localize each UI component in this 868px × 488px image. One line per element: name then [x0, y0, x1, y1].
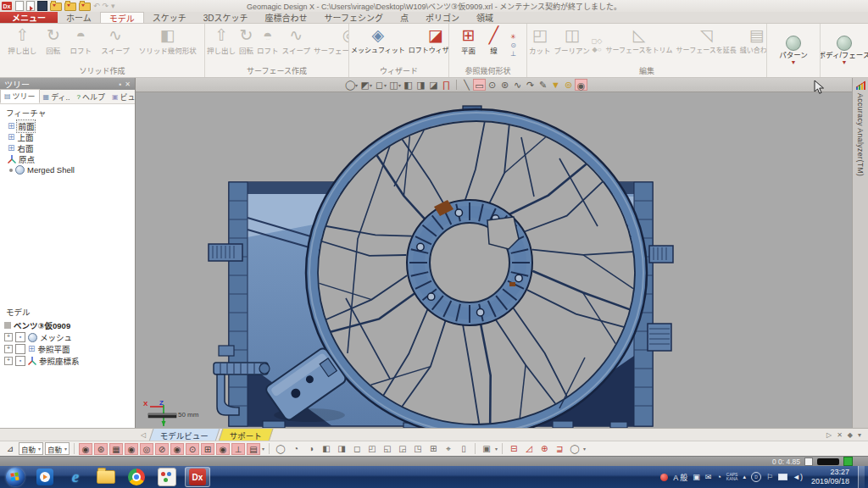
- loft-solid-button[interactable]: ◓ロフト: [69, 25, 94, 66]
- edit-small-buttons[interactable]: ◻◇◆○: [592, 25, 603, 66]
- view-preset-icon-6[interactable]: ◻: [350, 443, 364, 455]
- split-plane-3-icon[interactable]: ◪: [427, 79, 440, 91]
- extend-surface-button[interactable]: ◹サーフェースを延長: [675, 25, 738, 66]
- trim-surface-button[interactable]: ◺サーフェースをトリム: [604, 25, 674, 66]
- view-preset-icon-4[interactable]: ◧: [320, 443, 333, 455]
- measure-tool-icon-1[interactable]: ⊟: [507, 443, 520, 455]
- accuracy-analyzer-panel[interactable]: Accuracy Analyzer(TM): [852, 78, 868, 428]
- visibility-toggle-icon-5[interactable]: ◎: [140, 443, 153, 455]
- body-face-button[interactable]: ボディ/フェース ▼: [821, 24, 868, 77]
- ribbon-tab-ポリゴン[interactable]: ポリゴン: [417, 12, 468, 23]
- taskbar-clock[interactable]: 23:27 2019/09/18: [811, 468, 849, 486]
- tree-item-origin[interactable]: 原点: [0, 153, 135, 164]
- model-item-ref-planes[interactable]: + ⊞ 参照平面: [0, 343, 135, 355]
- view-wireframe-box-icon-dropdown[interactable]: ▾: [384, 82, 387, 88]
- refgeom-small-buttons[interactable]: ✳ ⊙ ⊥: [510, 25, 516, 66]
- action-center-flag-icon[interactable]: ⚐: [766, 473, 773, 481]
- line-button[interactable]: ╱線: [487, 25, 500, 66]
- auto-dropdown-1[interactable]: 自動▾: [19, 442, 43, 455]
- tray-mail-icon[interactable]: ✉: [705, 473, 712, 481]
- view-preset-icon-10[interactable]: ◳: [411, 443, 425, 455]
- visibility-toggle-icon-11[interactable]: ⊥: [231, 443, 245, 455]
- flood-select-icon[interactable]: ↷: [524, 79, 537, 91]
- auto-dropdown-2[interactable]: 自動▾: [45, 442, 70, 455]
- close-panel-icon[interactable]: ✕: [125, 80, 131, 88]
- tray-help-icon[interactable]: ◔: [716, 473, 721, 481]
- taskbar-chrome[interactable]: [124, 467, 149, 487]
- visibility-toggle-icon-10[interactable]: ◉: [216, 443, 230, 455]
- compare-docs-icon[interactable]: ▣: [480, 443, 493, 455]
- visibility-toggle-icon-3[interactable]: ▦: [109, 443, 123, 455]
- tab-scroll-right-icon[interactable]: ▷: [826, 431, 832, 439]
- tray-red-status-icon[interactable]: [660, 474, 668, 481]
- filter-icon[interactable]: ▼: [549, 79, 562, 91]
- tab-menu-icon[interactable]: ▾: [858, 431, 861, 439]
- tree-item-front-plane[interactable]: ⊞ 前面: [0, 120, 135, 131]
- view-preset-icon-8[interactable]: ◱: [381, 443, 394, 455]
- split-plane-1-icon[interactable]: ◧: [402, 79, 415, 91]
- visibility-toggle-icon-4[interactable]: ◉: [125, 443, 138, 455]
- tray-dell-icon[interactable]: D: [751, 472, 761, 482]
- taskbar-paint[interactable]: [154, 467, 180, 487]
- view-preset-icon-5[interactable]: ◨: [335, 443, 348, 455]
- volume-icon[interactable]: ◄): [793, 473, 803, 481]
- select-mode-icon[interactable]: ⊿: [3, 443, 17, 455]
- extrude-surface-button[interactable]: ⇧押し出し: [205, 25, 237, 66]
- visibility-toggle-icon-1[interactable]: ◉: [79, 443, 92, 455]
- tab-pin-icon[interactable]: ◆: [848, 431, 853, 439]
- pattern-dropdown-icon[interactable]: ▼: [791, 59, 797, 65]
- show-desktop-button[interactable]: [858, 466, 865, 488]
- view-preset-icon-3[interactable]: ◑: [304, 443, 318, 455]
- view-preset-icon-12[interactable]: ⌖: [442, 443, 455, 455]
- sphere-measure-icon[interactable]: ◯: [568, 443, 581, 455]
- measure-tool-icon-3[interactable]: ⊕: [537, 443, 551, 455]
- line-select-icon[interactable]: ╲: [460, 79, 473, 91]
- model-root-item[interactable]: ベンツ③仮0909: [0, 319, 135, 331]
- tree-item-right-plane[interactable]: ⊞ 右面: [0, 142, 135, 153]
- expand-icon[interactable]: +: [4, 333, 13, 341]
- ribbon-tab-ホーム[interactable]: ホーム: [58, 12, 100, 23]
- view-edges-box-icon-dropdown[interactable]: ▾: [398, 82, 401, 88]
- panel-tab-2[interactable]: ▦ディ..: [40, 91, 74, 103]
- rectangle-select-icon[interactable]: ▭: [473, 79, 486, 91]
- expand-icon[interactable]: +: [4, 357, 13, 365]
- revolve-solid-button[interactable]: ↻回転: [44, 25, 62, 66]
- sew-button[interactable]: ▤縫い合わせ: [738, 25, 767, 66]
- taskbar-geomagic-active[interactable]: Dx: [185, 467, 210, 487]
- 3d-viewport[interactable]: X Z 50 mm ◯▾◩▾◻▾◫▾◧◨◪∏╲▭⊙⊛∿↷✎▼⊚◉: [136, 78, 852, 428]
- visibility-toggle-icon-12[interactable]: ▤: [247, 443, 260, 455]
- sweep-solid-button[interactable]: ∿スイープ: [99, 25, 131, 66]
- tab-close-icon[interactable]: ✕: [837, 431, 843, 439]
- split-plane-2-icon[interactable]: ◨: [415, 79, 427, 91]
- view-preset-icon-9[interactable]: ◲: [396, 443, 409, 455]
- revolve-surface-button[interactable]: ↻回転: [237, 25, 255, 66]
- measure-tool-icon-2[interactable]: ◿: [522, 443, 536, 455]
- loft-surface-button[interactable]: ◓ロフト: [255, 25, 281, 66]
- tab-scroll-left-icon[interactable]: ◁: [141, 431, 146, 439]
- ref-coords-checkbox[interactable]: ▪: [15, 356, 25, 366]
- point-icon[interactable]: ✳: [510, 33, 516, 42]
- ribbon-tab-スケッチ[interactable]: スケッチ: [144, 12, 195, 23]
- mesh-bridge-icon[interactable]: ∏: [440, 79, 453, 91]
- model-item-mesh[interactable]: + ▪ メッシュ: [0, 331, 135, 343]
- visibility-eye-icon[interactable]: ◉: [575, 79, 587, 91]
- view-shaded-box-icon-dropdown[interactable]: ▾: [370, 82, 372, 88]
- view-preset-icon-2[interactable]: ◔: [289, 443, 303, 455]
- pattern-button[interactable]: パターン ▼: [767, 24, 820, 77]
- mesh-checkbox[interactable]: ▪: [15, 332, 25, 342]
- loft-wizard-button[interactable]: ◪ロフトウィザード: [407, 25, 449, 66]
- visibility-toggle-icon-8[interactable]: ⊙: [186, 443, 199, 455]
- ref-planes-checkbox[interactable]: [15, 344, 25, 354]
- ribbon-tab-menu[interactable]: メニュー: [0, 12, 58, 23]
- visibility-toggle-icon-2[interactable]: ⊛: [94, 443, 108, 455]
- solid-geometry-button[interactable]: ◧ソリッド幾何形状: [137, 25, 198, 66]
- extrude-solid-button[interactable]: ⇧押し出し: [6, 25, 38, 66]
- taskbar-internet-explorer[interactable]: e: [63, 467, 88, 487]
- fan-shroud-model[interactable]: [136, 78, 852, 428]
- visibility-toggle-icon-7[interactable]: ◉: [170, 443, 184, 455]
- view-preset-icon-13[interactable]: ▯: [457, 443, 470, 455]
- tab-support[interactable]: サポート: [218, 428, 274, 442]
- surface-geometry-button[interactable]: ◎サーフェース幾何形状: [312, 25, 349, 66]
- sweep-surface-button[interactable]: ∿スイープ: [281, 25, 313, 66]
- ime-indicator[interactable]: A 般: [673, 472, 687, 483]
